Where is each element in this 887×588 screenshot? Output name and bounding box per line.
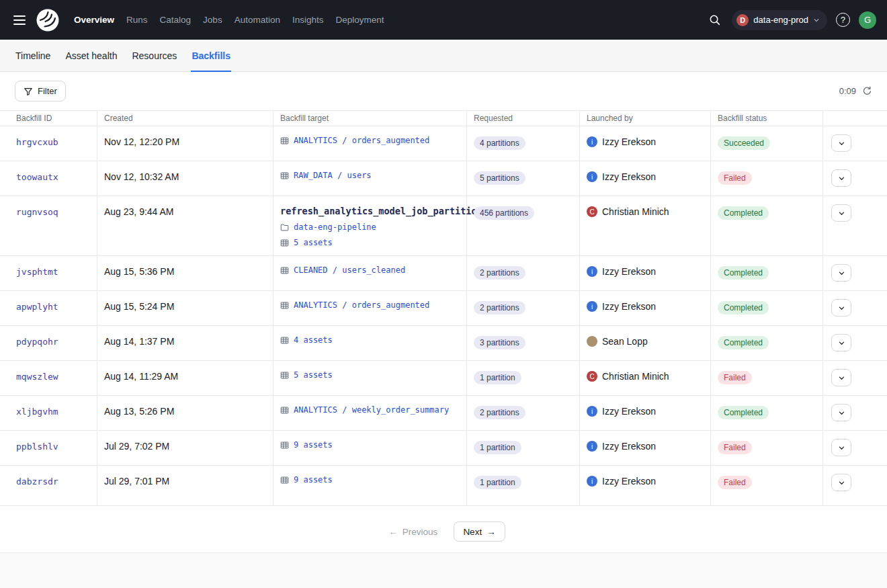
partitions-badge: 5 partitions bbox=[474, 171, 525, 185]
partitions-badge: 1 partition bbox=[474, 476, 521, 489]
actions-cell bbox=[823, 256, 887, 290]
backfill-id-link[interactable]: mqwszlew bbox=[16, 372, 58, 382]
backfill-id-link[interactable]: dabzrsdr bbox=[16, 476, 58, 487]
row-actions-button[interactable] bbox=[831, 334, 851, 351]
row-actions-button[interactable] bbox=[831, 474, 851, 491]
backfill-target-cell: refresh_analytics_model_job_partition_se… bbox=[273, 196, 467, 255]
created-cell: Jul 29, 7:01 PM bbox=[97, 466, 273, 505]
target-link[interactable]: ANALYTICS / orders_augmented bbox=[294, 300, 429, 310]
target-link[interactable]: 9 assets bbox=[294, 475, 333, 485]
filter-icon bbox=[24, 87, 33, 96]
next-page-button[interactable]: Next → bbox=[454, 521, 505, 542]
target-link[interactable]: RAW_DATA / users bbox=[294, 171, 372, 180]
created-cell: Nov 12, 10:32 AM bbox=[97, 161, 273, 196]
nav-item-jobs[interactable]: Jobs bbox=[197, 9, 228, 30]
tab-resources[interactable]: Resources bbox=[124, 40, 184, 71]
row-actions-button[interactable] bbox=[831, 169, 851, 187]
nav-item-insights[interactable]: Insights bbox=[286, 9, 330, 30]
launched-by-cell: iIzzy Erekson bbox=[580, 291, 711, 325]
user-menu-button[interactable]: G bbox=[859, 11, 876, 29]
tab-timeline[interactable]: Timeline bbox=[8, 40, 58, 71]
right-arrow-icon: → bbox=[487, 527, 496, 537]
nav-item-catalog[interactable]: Catalog bbox=[154, 9, 198, 30]
filter-button[interactable]: Filter bbox=[15, 81, 66, 101]
chevron-down-icon bbox=[838, 374, 845, 382]
actions-cell bbox=[823, 161, 887, 196]
left-arrow-icon: ← bbox=[388, 527, 398, 537]
launched-by-user: iIzzy Erekson bbox=[587, 406, 704, 417]
backfill-id-link[interactable]: ppblshlv bbox=[16, 442, 58, 452]
status-cell: Failed bbox=[711, 466, 823, 505]
deployment-badge: D bbox=[736, 14, 749, 26]
target-link[interactable]: 4 assets bbox=[294, 335, 333, 345]
backfill-id-link[interactable]: hrgvcxub bbox=[16, 137, 58, 147]
user-name: Izzy Erekson bbox=[602, 266, 656, 277]
user-name: Izzy Erekson bbox=[602, 476, 656, 487]
asset-grid-icon bbox=[280, 171, 289, 180]
asset-grid-icon bbox=[280, 371, 289, 380]
backfill-id-link[interactable]: toowautx bbox=[16, 172, 58, 182]
user-name: Izzy Erekson bbox=[602, 301, 656, 312]
status-badge: Completed bbox=[718, 406, 769, 419]
launched-by-cell: CChristian Minich bbox=[580, 361, 711, 395]
launched-by-cell: iIzzy Erekson bbox=[580, 161, 711, 196]
chevron-down-icon bbox=[838, 339, 845, 347]
row-actions-button[interactable] bbox=[831, 404, 851, 421]
partitions-badge: 3 partitions bbox=[474, 336, 525, 349]
refresh-icon[interactable] bbox=[862, 86, 872, 96]
nav-item-deployment[interactable]: Deployment bbox=[329, 9, 390, 30]
nav-item-overview[interactable]: Overview bbox=[68, 9, 120, 30]
target-link[interactable]: data-eng-pipeline bbox=[294, 222, 376, 232]
row-actions-button[interactable] bbox=[831, 264, 851, 282]
column-header: Launched by bbox=[580, 111, 711, 126]
nav-item-automation[interactable]: Automation bbox=[228, 9, 286, 30]
search-button[interactable] bbox=[706, 11, 723, 29]
backfill-id-link[interactable]: apwplyht bbox=[16, 302, 58, 312]
target-link[interactable]: CLEANED / users_cleaned bbox=[294, 265, 405, 275]
row-actions-button[interactable] bbox=[831, 369, 851, 386]
backfill-id-cell: dabzrsdr bbox=[0, 466, 97, 505]
user-avatar-icon: C bbox=[587, 371, 597, 382]
table-row: xljbgvhmAug 13, 5:26 PMANALYTICS / weekl… bbox=[0, 396, 887, 431]
target-link[interactable]: 5 assets bbox=[294, 238, 333, 247]
backfill-id-link[interactable]: jvsphtmt bbox=[16, 267, 58, 277]
asset-grid-icon bbox=[280, 441, 289, 450]
folder-icon bbox=[280, 223, 289, 232]
partitions-badge: 1 partition bbox=[474, 371, 521, 384]
target-link[interactable]: 5 assets bbox=[294, 370, 333, 380]
menu-button[interactable] bbox=[9, 10, 30, 30]
backfill-id-cell: ppblshlv bbox=[0, 431, 97, 465]
row-actions-button[interactable] bbox=[831, 204, 851, 222]
filter-label: Filter bbox=[38, 86, 57, 96]
backfill-id-link[interactable]: rugnvsoq bbox=[16, 207, 58, 217]
backfill-id-link[interactable]: pdypqohr bbox=[16, 337, 58, 347]
target-link[interactable]: 9 assets bbox=[294, 440, 333, 450]
row-actions-button[interactable] bbox=[831, 134, 851, 152]
help-button[interactable]: ? bbox=[836, 13, 850, 27]
deployment-switcher[interactable]: D data-eng-prod bbox=[732, 10, 827, 30]
row-actions-button[interactable] bbox=[831, 299, 851, 317]
column-header bbox=[823, 111, 887, 126]
backfill-id-link[interactable]: xljbgvhm bbox=[16, 407, 58, 417]
backfill-id-cell: pdypqohr bbox=[0, 326, 97, 360]
table-row: jvsphtmtAug 15, 5:36 PMCLEANED / users_c… bbox=[0, 256, 887, 291]
status-badge: Succeeded bbox=[718, 136, 770, 150]
tab-asset-health[interactable]: Asset health bbox=[58, 40, 124, 71]
target-line: CLEANED / users_cleaned bbox=[280, 265, 460, 275]
status-badge: Failed bbox=[718, 371, 752, 384]
column-header: Created bbox=[97, 111, 273, 126]
table-body: hrgvcxubNov 12, 12:20 PMANALYTICS / orde… bbox=[0, 126, 887, 506]
main-nav: OverviewRunsCatalogJobsAutomationInsight… bbox=[68, 9, 390, 30]
target-link[interactable]: ANALYTICS / weekly_order_summary bbox=[294, 405, 449, 415]
actions-cell bbox=[823, 466, 887, 505]
row-actions-button[interactable] bbox=[831, 439, 851, 456]
backfills-table: Backfill IDCreatedBackfill targetRequest… bbox=[0, 110, 887, 506]
nav-item-runs[interactable]: Runs bbox=[120, 9, 154, 30]
backfill-target-cell: RAW_DATA / users bbox=[273, 161, 467, 196]
previous-page-button[interactable]: ← Previous bbox=[382, 521, 444, 542]
actions-cell bbox=[823, 291, 887, 325]
actions-cell bbox=[823, 326, 887, 360]
target-link[interactable]: ANALYTICS / orders_augmented bbox=[294, 136, 429, 145]
launched-by-user: iIzzy Erekson bbox=[587, 266, 704, 277]
tab-backfills[interactable]: Backfills bbox=[184, 40, 238, 71]
